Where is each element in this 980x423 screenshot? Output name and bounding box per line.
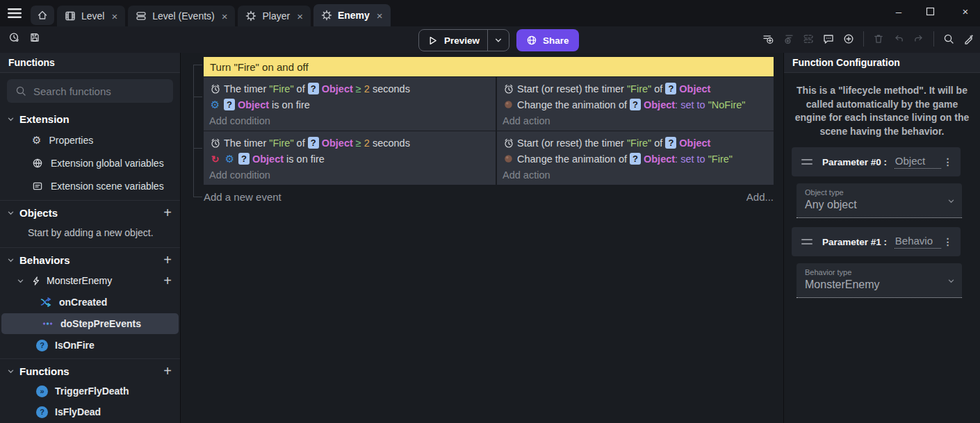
tab-level-events[interactable]: Level (Events) × — [128, 6, 235, 26]
method-isonfire[interactable]: ? IsOnFire — [0, 335, 180, 356]
event-comment[interactable]: Turn "Fire" on and off — [204, 57, 774, 76]
object-type-select[interactable]: Object type Any object — [797, 183, 962, 218]
behavior-monsterenemy[interactable]: MonsterEnemy + — [0, 269, 180, 292]
function-configuration-panel: Function Configuration This is a "lifecy… — [783, 53, 980, 423]
search-icon[interactable] — [943, 33, 954, 44]
event-text-segment: : set to — [675, 154, 708, 165]
function-label: TriggerFlyDeath — [55, 385, 129, 397]
sidebar-header: Functions — [0, 53, 180, 73]
event-row: The timer "Fire" of ?Object ≥ 2 seconds … — [204, 77, 774, 131]
edit-extension-icon[interactable] — [963, 33, 974, 44]
event-action[interactable]: Change the animation of ?Object: set to … — [503, 151, 768, 167]
field-label: Behavior type — [805, 268, 954, 276]
maximize-icon[interactable] — [926, 7, 938, 16]
preview-dropdown-icon[interactable] — [488, 36, 509, 44]
drag-handle-icon[interactable] — [801, 239, 812, 244]
event-text-segment: Change the animation of — [517, 99, 630, 110]
kebab-menu-icon[interactable]: ⋮ — [941, 236, 955, 247]
section-functions[interactable]: Functions + — [0, 361, 180, 381]
section-objects[interactable]: Objects + — [0, 203, 180, 222]
event-text-segment: ? — [308, 137, 319, 149]
tab-level[interactable]: Level × — [57, 6, 125, 26]
function-triggerflydeath[interactable]: » TriggerFlyDeath — [0, 381, 180, 401]
section-behaviors[interactable]: Behaviors + — [0, 250, 180, 269]
add-condition-button[interactable]: Add condition — [209, 113, 490, 128]
functions-sidebar: Functions Search functions Extension ⚙ P… — [0, 53, 181, 423]
method-oncreated[interactable]: onCreated — [0, 292, 180, 313]
add-function-button[interactable]: + — [163, 365, 172, 377]
config-header: Function Configuration — [784, 53, 980, 73]
objects-empty-text: Start by adding a new object. — [0, 222, 180, 244]
close-tab-icon[interactable]: × — [297, 11, 303, 22]
save-icon[interactable] — [29, 32, 40, 43]
add-event-icon[interactable] — [762, 33, 774, 44]
tab-label: Level (Events) — [152, 10, 214, 22]
sidebar-item-global-variables[interactable]: Extension global variables — [0, 151, 180, 174]
event-condition[interactable]: The timer "Fire" of ?Object ≥ 2 seconds — [209, 135, 490, 151]
window-controls: – × — [892, 6, 972, 17]
sidebar-item-scene-variables[interactable]: Extension scene variables — [0, 174, 180, 197]
add-circle-icon[interactable] — [843, 33, 854, 44]
method-label: doStepPreEvents — [60, 318, 141, 329]
close-tab-icon[interactable]: × — [222, 11, 228, 22]
lightning-icon — [31, 276, 41, 286]
event-text-segment: ? — [630, 99, 641, 110]
preview-button[interactable]: Preview — [418, 29, 509, 51]
behavior-icon — [321, 10, 332, 21]
trash-icon[interactable] — [873, 33, 884, 44]
add-subevent-icon[interactable] — [783, 33, 794, 44]
add-external-event-icon[interactable] — [803, 33, 814, 44]
kebab-menu-icon[interactable]: ⋮ — [941, 156, 955, 167]
add-condition-button[interactable]: Add condition — [209, 167, 490, 183]
chevron-down-icon — [947, 277, 955, 285]
events-sheet-icon — [136, 10, 147, 22]
behavior-type-select[interactable]: Behavior type MonsterEnemy — [797, 263, 962, 298]
undo-icon[interactable] — [893, 33, 904, 44]
field-value: MonsterEnemy — [805, 279, 954, 291]
field-value: Any object — [805, 199, 954, 211]
event-text-segment: Object — [252, 154, 284, 165]
add-object-button[interactable]: + — [163, 206, 172, 219]
event-condition[interactable]: ⚙?Object is on fire — [209, 97, 490, 113]
redo-icon[interactable] — [913, 33, 924, 44]
event-text-segment: "Fire" — [708, 154, 733, 165]
event-action[interactable]: Start (or reset) the timer "Fire" of ?Ob… — [503, 81, 768, 97]
add-action-button[interactable]: Add action — [503, 167, 768, 183]
event-action[interactable]: Change the animation of ?Object: set to … — [503, 97, 768, 113]
lifecycle-icon — [42, 320, 54, 328]
close-tab-icon[interactable]: × — [377, 10, 383, 21]
event-tree-tick — [193, 97, 202, 97]
close-icon[interactable]: × — [959, 6, 972, 17]
tab-home[interactable] — [31, 6, 54, 25]
method-dosteppreevents[interactable]: doStepPreEvents — [1, 313, 179, 334]
close-tab-icon[interactable]: × — [111, 11, 117, 22]
parameter-name-input[interactable]: Object — [895, 155, 941, 169]
hamburger-menu-icon[interactable] — [8, 8, 22, 19]
share-button[interactable]: Share — [516, 29, 579, 51]
divider — [933, 31, 934, 47]
add-behavior-function-button[interactable]: + — [163, 274, 172, 287]
minimize-icon[interactable]: – — [892, 6, 905, 17]
version-history-icon[interactable] — [8, 32, 19, 43]
add-behavior-button[interactable]: + — [163, 254, 172, 266]
add-comment-icon[interactable] — [823, 33, 834, 44]
add-action-button[interactable]: Add action — [503, 113, 768, 128]
event-text-segment: of — [294, 138, 308, 149]
alarm-clock-icon — [503, 137, 514, 149]
event-condition[interactable]: ↻⚙?Object is on fire — [209, 151, 490, 167]
parameter-name-input[interactable]: Behavio — [895, 235, 941, 249]
add-new-event-button[interactable]: Add a new event — [204, 191, 281, 203]
function-isflydead[interactable]: ? IsFlyDead — [0, 401, 180, 422]
section-extension[interactable]: Extension — [0, 109, 180, 128]
tab-player[interactable]: Player × — [238, 6, 310, 26]
sidebar-item-properties[interactable]: ⚙ Properties — [0, 128, 180, 151]
add-more-button[interactable]: Add... — [746, 191, 774, 203]
event-condition[interactable]: The timer "Fire" of ?Object ≥ 2 seconds — [209, 81, 490, 97]
event-action[interactable]: Start (or reset) the timer "Fire" of ?Ob… — [503, 135, 768, 151]
search-functions-input[interactable]: Search functions — [7, 79, 173, 103]
event-text-segment: seconds — [370, 138, 410, 149]
actions-column: Start (or reset) the timer "Fire" of ?Ob… — [497, 77, 774, 131]
divider — [863, 31, 864, 47]
drag-handle-icon[interactable] — [801, 159, 812, 165]
tab-enemy[interactable]: Enemy × — [313, 4, 391, 26]
